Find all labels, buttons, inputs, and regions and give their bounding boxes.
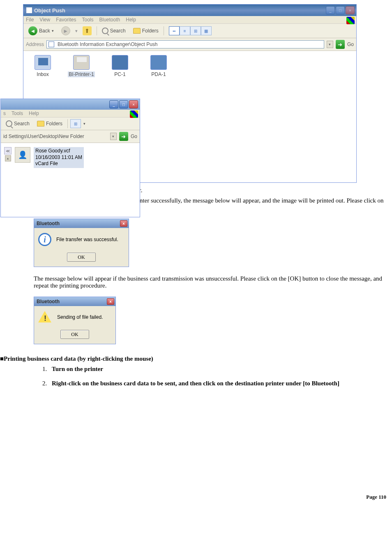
- menu-favorites[interactable]: Favorites: [56, 17, 76, 23]
- menu-view[interactable]: View: [39, 17, 50, 23]
- success-ok-button[interactable]: OK: [67, 253, 96, 262]
- up-icon: ⬆: [83, 26, 92, 35]
- printer-icon: [73, 55, 90, 70]
- printer-item[interactable]: BI-Printer-1: [67, 55, 96, 77]
- titlebar[interactable]: Object Push _ □ ×: [23, 5, 356, 16]
- back-icon: ◄: [28, 26, 37, 35]
- overlay-maximize-button[interactable]: □: [119, 100, 128, 108]
- address-dropdown-icon[interactable]: ▾: [327, 41, 333, 48]
- fail-dialog: Bluetooth × ! Sending of file failed. OK: [34, 297, 116, 344]
- view-dropdown-icon[interactable]: ▾: [83, 122, 85, 126]
- overlay-menu-tools[interactable]: Tools: [12, 111, 23, 116]
- minimize-button[interactable]: _: [326, 6, 335, 14]
- menu-tools[interactable]: Tools: [82, 17, 94, 23]
- pc-item[interactable]: PC-1: [106, 55, 134, 77]
- folders-icon: [37, 121, 44, 127]
- menu-bluetooth[interactable]: Bluetooth: [99, 17, 120, 23]
- back-button[interactable]: ◄ Back ▾: [26, 25, 56, 36]
- file-date: 10/16/2003 11:01 AM: [35, 154, 82, 161]
- menu-help[interactable]: Help: [126, 17, 136, 23]
- app-icon: [26, 7, 32, 14]
- file-name: Rose Goody.vcf: [35, 148, 82, 154]
- inbox-icon: [35, 55, 51, 70]
- history-dropdown-icon[interactable]: ▾: [75, 28, 78, 34]
- collapse-button[interactable]: ≪: [4, 147, 12, 154]
- object-push-window: Object Push _ □ × File View Favorites To…: [23, 4, 357, 183]
- step-1: Turn on the printer: [48, 366, 392, 373]
- overlay-search-button[interactable]: Search: [3, 120, 32, 128]
- overlay-folders-button[interactable]: Folders: [35, 120, 65, 127]
- overlay-titlebar[interactable]: _ □ ×: [1, 99, 140, 110]
- window-title: Object Push: [34, 7, 326, 14]
- overlay-toolbar: Search Folders ⊞ ▾: [1, 117, 140, 130]
- windows-flag-icon: [346, 17, 355, 24]
- scroll-up-icon[interactable]: ▴: [5, 155, 11, 161]
- fail-dialog-close-button[interactable]: ×: [107, 298, 114, 305]
- overlay-menu-help[interactable]: Help: [29, 111, 39, 116]
- success-dialog-titlebar[interactable]: Bluetooth ×: [34, 219, 129, 228]
- search-button[interactable]: Search: [99, 27, 128, 35]
- fail-message: Sending of file failed.: [57, 314, 103, 320]
- success-dialog: Bluetooth × i File transfer was successf…: [34, 219, 129, 267]
- forward-icon: ►: [61, 26, 70, 35]
- view-mode-buttons: ▪▪ ≡ ⊞ ▦: [169, 26, 212, 35]
- menu-file[interactable]: File: [26, 17, 34, 23]
- overlay-address-dropdown-icon[interactable]: ▾: [110, 133, 117, 140]
- up-button[interactable]: ⬆: [80, 25, 94, 36]
- view-thumbs-button[interactable]: ▦: [201, 26, 212, 35]
- vcard-icon[interactable]: 👤: [15, 147, 30, 163]
- fail-dialog-titlebar[interactable]: Bluetooth ×: [34, 297, 115, 306]
- fail-dialog-title: Bluetooth: [37, 299, 107, 304]
- success-message: File transfer was successful.: [56, 237, 118, 242]
- vcard-file-item[interactable]: Rose Goody.vcf 10/16/2003 11:01 AM vCard…: [34, 147, 84, 168]
- folders-button[interactable]: Folders: [131, 27, 161, 35]
- info-icon: i: [38, 233, 51, 246]
- overlay-close-button[interactable]: ×: [129, 100, 138, 108]
- search-icon: [102, 28, 108, 34]
- pda-item[interactable]: PDA-1: [144, 55, 173, 77]
- go-label: Go: [347, 41, 354, 47]
- windows-flag-icon: [130, 111, 138, 118]
- overlay-address-field[interactable]: id Settings\User\Desktop\New Folder: [3, 134, 108, 139]
- page-number: Page 110: [0, 494, 386, 500]
- fail-ok-button[interactable]: OK: [60, 330, 89, 339]
- view-icons-button[interactable]: ▪▪: [169, 26, 180, 35]
- maximize-button[interactable]: □: [336, 6, 345, 14]
- menu-bar: File View Favorites Tools Bluetooth Help: [23, 16, 356, 24]
- separator: [164, 26, 164, 35]
- inbox-item[interactable]: Inbox: [28, 55, 57, 77]
- forward-button[interactable]: ►: [59, 25, 73, 36]
- close-button[interactable]: ×: [346, 6, 355, 14]
- folder-body: Inbox BI-Printer-1 PC-1 PDA-1 _ □ ×: [23, 51, 356, 182]
- overlay-view-button[interactable]: ⊞: [70, 119, 81, 128]
- go-button[interactable]: ➜: [336, 40, 345, 49]
- address-label: Address: [26, 41, 44, 47]
- section-heading: ■Printing business card data (by right-c…: [0, 355, 392, 362]
- file-type: vCard File: [35, 161, 82, 167]
- overlay-address-bar: id Settings\User\Desktop\New Folder ▾ ➜ …: [1, 130, 140, 143]
- warning-icon: !: [38, 311, 52, 323]
- folders-icon: [133, 28, 141, 34]
- address-icon: [48, 41, 54, 47]
- back-dropdown-icon[interactable]: ▾: [52, 29, 54, 33]
- search-icon: [6, 120, 12, 127]
- overlay-go-label: Go: [131, 134, 137, 139]
- steps-list: Turn on the printer Right-click on the b…: [48, 366, 392, 387]
- view-list-button[interactable]: ≡: [180, 26, 190, 35]
- overlay-menu-bar: s Tools Help: [1, 110, 140, 117]
- overlay-file-list: ≪ ▴ 👤 Rose Goody.vcf 10/16/2003 11:01 AM…: [1, 143, 140, 217]
- overlay-go-button[interactable]: ➜: [119, 132, 128, 141]
- success-dialog-title: Bluetooth: [37, 221, 120, 226]
- pc-icon: [112, 55, 128, 70]
- step-2: Right-click on the business card data to…: [48, 380, 392, 387]
- view-details-button[interactable]: ⊞: [190, 26, 201, 35]
- para-fail: The message below will appear if the bus…: [34, 275, 387, 289]
- overlay-minimize-button[interactable]: _: [109, 100, 118, 108]
- separator: [97, 26, 97, 35]
- menu-partial: s: [3, 111, 6, 116]
- success-dialog-close-button[interactable]: ×: [120, 220, 127, 227]
- address-field[interactable]: Bluetooth Information Exchanger\Object P…: [46, 40, 324, 48]
- separator: [67, 119, 68, 128]
- icon-area: Inbox BI-Printer-1 PC-1 PDA-1: [23, 51, 356, 90]
- main-toolbar: ◄ Back ▾ ► ▾ ⬆ Search Folders ▪▪ ≡ ⊞ ▦: [23, 24, 356, 38]
